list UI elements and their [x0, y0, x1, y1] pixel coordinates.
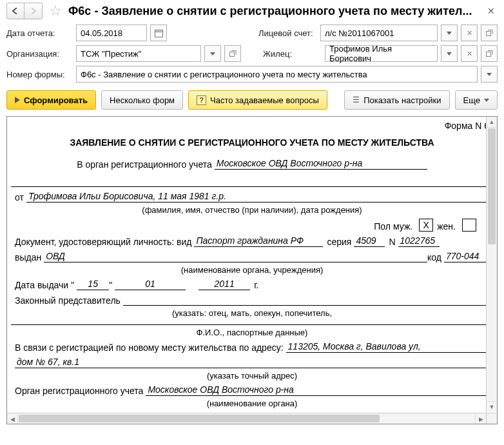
account-input[interactable]: л/с №2011067001	[320, 25, 438, 41]
legal-rep-value	[123, 294, 489, 306]
account-label: Лицевой счет:	[258, 28, 316, 38]
report-date-label: Дата отчета:	[6, 28, 72, 38]
form-no-input[interactable]: Ф6с - Заявление о снятии с регистрационн…	[76, 66, 478, 83]
clear-icon: ✕	[467, 50, 472, 58]
calendar-button[interactable]	[150, 25, 167, 41]
arrow-left-icon	[12, 8, 19, 14]
chevron-down-icon	[447, 32, 452, 35]
issue-month: 01	[115, 279, 186, 290]
form-number: Форма N 6	[11, 121, 493, 134]
calendar-icon	[155, 29, 163, 37]
issued-label: выдан	[15, 252, 44, 262]
close-icon[interactable]: ✕	[485, 6, 498, 16]
multiforms-button[interactable]: Несколько форм	[101, 90, 183, 110]
sex-female-checkbox	[462, 219, 476, 232]
horizontal-scrollbar[interactable]: ◀ ▶	[7, 413, 486, 424]
scroll-up-icon[interactable]: ▲	[487, 117, 497, 128]
id-doc-value: Паспорт гражданина РФ	[194, 235, 323, 247]
id-doc-label: Документ, удостоверяющий личность: вид	[15, 237, 194, 247]
report-date-input[interactable]: 04.05.2018	[76, 25, 147, 41]
scroll-down-icon[interactable]: ▼	[487, 401, 497, 412]
window-title: Ф6с - Заявление о снятии с регистрационн…	[68, 5, 485, 18]
play-icon	[15, 97, 20, 103]
tenant-input[interactable]: Трофимов Илья Борисович	[325, 45, 438, 62]
svg-rect-1	[155, 30, 162, 32]
reg-org-label: Орган регистрационного учета	[15, 386, 146, 396]
nav-back-button[interactable]	[6, 3, 24, 19]
org-dropdown-button[interactable]	[204, 45, 221, 62]
nav-forward-button[interactable]	[24, 3, 43, 19]
legal-rep-hint1: (указать: отец, мать, опекун, попечитель…	[11, 308, 493, 322]
number-value: 1022765	[398, 235, 440, 247]
form-no-dropdown-button[interactable]	[481, 66, 498, 83]
scroll-corner	[486, 413, 497, 424]
sliders-icon: ☰	[353, 95, 360, 104]
chevron-down-icon	[487, 73, 492, 76]
reg-org-value: Московское ОВД Восточного р-на	[146, 384, 489, 396]
scroll-right-icon[interactable]: ▶	[475, 413, 486, 424]
scroll-left-icon[interactable]: ◀	[7, 413, 18, 424]
from-label: от	[15, 192, 26, 203]
series-value: 4509	[354, 235, 385, 247]
sex-female-label: жен.	[437, 221, 458, 232]
tenant-dropdown-button[interactable]	[441, 45, 458, 62]
issue-year: 2011	[199, 279, 250, 290]
sex-male-checkbox: X	[419, 219, 433, 232]
org-input[interactable]: ТСЖ "Престиж"	[76, 45, 201, 62]
addr-hint: (указать точный адрес)	[11, 371, 493, 384]
code-value: 770-044	[444, 251, 489, 262]
clear-icon: ✕	[467, 29, 472, 37]
generate-button[interactable]: Сформировать	[6, 90, 96, 110]
open-icon	[486, 50, 493, 57]
reg-authority-value: Московское ОВД Восточного р-на	[215, 158, 427, 170]
chevron-down-icon	[447, 52, 452, 55]
new-addr-label: В связи с регистрацией по новому месту ж…	[15, 342, 286, 353]
account-open-button[interactable]	[481, 25, 498, 41]
tenant-label: Жилец:	[263, 49, 321, 59]
scroll-thumb-vertical[interactable]	[488, 128, 496, 244]
issued-value: ОВД	[44, 251, 427, 262]
reg-org-hint: (наименование органа)	[11, 399, 493, 412]
question-icon: ?	[197, 95, 206, 105]
arrow-right-icon	[30, 8, 37, 14]
issue-day: 15	[77, 279, 109, 290]
tenant-clear-button[interactable]: ✕	[461, 45, 478, 62]
legal-rep-hint2: Ф.И.О., паспортные данные)	[11, 328, 493, 341]
org-open-button[interactable]	[224, 45, 241, 62]
sex-label: Пол	[374, 221, 393, 232]
sex-male-label: муж.	[393, 221, 415, 232]
account-dropdown-button[interactable]	[441, 25, 458, 41]
chevron-down-icon	[484, 99, 489, 102]
vertical-scrollbar[interactable]: ▲ ▼	[486, 117, 497, 412]
document-title: ЗАЯВЛЕНИЕ О СНЯТИИ С РЕГИСТРАЦИОННОГО УЧ…	[11, 134, 493, 158]
scroll-thumb-horizontal[interactable]	[19, 415, 380, 422]
number-label: N	[385, 237, 398, 247]
faq-button[interactable]: ? Часто задаваемые вопросы	[188, 90, 327, 110]
issue-year-suffix: г.	[250, 280, 261, 290]
open-icon	[229, 50, 237, 57]
from-value: Трофимова Ильи Борисовича, 11 мая 1981 г…	[26, 191, 489, 203]
document-preview: Форма N 6 ЗАЯВЛЕНИЕ О СНЯТИИ С РЕГИСТРАЦ…	[6, 116, 498, 424]
reg-authority-label: В орган регистрационного учета	[77, 159, 215, 170]
issue-date-label: Дата выдачи	[15, 280, 71, 290]
more-button[interactable]: Еще	[455, 90, 498, 110]
new-addr-value2: дом № 67, кв.1	[15, 357, 489, 368]
open-icon	[486, 30, 493, 37]
account-clear-button[interactable]: ✕	[461, 25, 478, 41]
code-label: код	[427, 252, 444, 262]
issuer-hint: (наименование органа, учреждения)	[11, 265, 493, 279]
svg-rect-4	[486, 52, 490, 56]
svg-rect-2	[486, 31, 490, 35]
fio-hint: (фамилия, имя, отчество (при наличии), д…	[11, 205, 493, 219]
favorite-icon[interactable]: ☆	[49, 3, 62, 19]
series-label: серия	[323, 237, 354, 247]
chevron-down-icon	[210, 52, 215, 55]
form-no-label: Номер формы:	[6, 70, 72, 79]
svg-rect-3	[229, 52, 234, 56]
new-addr-value1: 113205, Москва г, Вавилова ул,	[286, 341, 489, 353]
show-settings-button[interactable]: ☰ Показать настройки	[344, 90, 449, 110]
org-label: Организация:	[6, 49, 72, 59]
legal-rep-label: Законный представитель	[15, 295, 123, 306]
tenant-open-button[interactable]	[481, 45, 498, 62]
